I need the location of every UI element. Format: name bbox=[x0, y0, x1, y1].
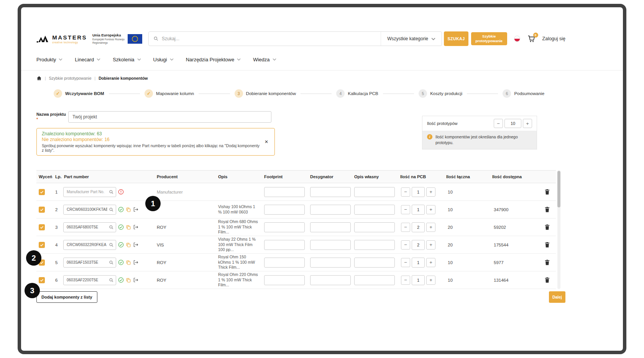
copy-icon[interactable] bbox=[126, 207, 131, 212]
copy-icon[interactable] bbox=[126, 225, 131, 230]
footprint-input[interactable] bbox=[264, 187, 305, 197]
prototype-count-value[interactable]: 10 bbox=[504, 119, 521, 128]
qty-plus-button[interactable] bbox=[426, 240, 435, 250]
delete-row-button[interactable] bbox=[544, 277, 550, 283]
qty-on-pcb-value[interactable]: 1 bbox=[412, 258, 425, 268]
category-dropdown[interactable]: Wszystkie kategorie bbox=[381, 32, 442, 46]
copy-icon[interactable] bbox=[126, 260, 131, 265]
footprint-input[interactable] bbox=[264, 222, 305, 232]
delete-row-button[interactable] bbox=[544, 189, 550, 195]
qty-plus-button[interactable] bbox=[426, 223, 435, 232]
opis-wlasny-input[interactable] bbox=[354, 222, 395, 232]
row-checkbox[interactable] bbox=[39, 242, 45, 248]
part-number-input[interactable] bbox=[63, 240, 116, 250]
cart-icon[interactable]: 0 bbox=[527, 34, 536, 43]
search-icon[interactable] bbox=[109, 260, 114, 265]
opis-wlasny-input[interactable] bbox=[354, 258, 395, 268]
desygnator-input[interactable] bbox=[310, 205, 351, 215]
search-input[interactable] bbox=[162, 36, 381, 41]
login-link[interactable]: Zaloguj się bbox=[542, 36, 565, 41]
home-icon[interactable] bbox=[36, 76, 42, 81]
nav-item-produkty[interactable]: Produkty bbox=[36, 57, 62, 62]
export-icon[interactable] bbox=[133, 224, 139, 230]
nav-item-wiedza[interactable]: Wiedza bbox=[253, 57, 276, 62]
export-icon[interactable] bbox=[133, 259, 139, 265]
desygnator-input[interactable] bbox=[310, 222, 351, 232]
add-components-button[interactable]: Dodaj komponenty z listy bbox=[36, 291, 97, 303]
part-status-ok-icon bbox=[118, 224, 124, 230]
part-number-input[interactable] bbox=[63, 187, 116, 197]
opis-wlasny-input[interactable] bbox=[354, 205, 395, 215]
part-number-input[interactable] bbox=[63, 205, 116, 215]
total-qty-cell: 10 bbox=[445, 278, 491, 282]
copy-icon[interactable] bbox=[126, 278, 131, 283]
qty-on-pcb-value[interactable]: 1 bbox=[412, 275, 425, 285]
qty-plus-button[interactable] bbox=[426, 276, 435, 285]
qty-minus-button[interactable] bbox=[401, 205, 410, 214]
qty-on-pcb-value[interactable]: 2 bbox=[412, 240, 425, 250]
search-button[interactable]: SZUKAJ bbox=[444, 31, 468, 46]
export-icon[interactable] bbox=[133, 277, 139, 283]
export-icon[interactable] bbox=[133, 207, 139, 212]
part-number-input[interactable] bbox=[63, 275, 116, 285]
qty-plus-button[interactable] bbox=[426, 258, 435, 267]
row-checkbox[interactable] bbox=[39, 277, 45, 283]
language-flag-icon[interactable] bbox=[514, 36, 520, 42]
scrollbar-thumb[interactable] bbox=[557, 171, 560, 207]
delete-row-button[interactable] bbox=[544, 224, 550, 230]
desygnator-input[interactable] bbox=[310, 240, 351, 250]
row-checkbox[interactable] bbox=[39, 189, 45, 195]
nav-item-narzedzia-projektowe[interactable]: Narzędzia Projektowe bbox=[186, 57, 241, 62]
qty-on-pcb-value[interactable]: 1 bbox=[412, 187, 425, 197]
copy-icon[interactable] bbox=[126, 242, 131, 248]
breadcrumb-item-szybkie-prototypowanie[interactable]: Szybkie prototypowanie bbox=[49, 76, 92, 80]
producent-cell: VIS bbox=[155, 243, 217, 247]
search-icon[interactable] bbox=[109, 189, 114, 194]
search-icon[interactable] bbox=[109, 278, 114, 282]
quick-prototyping-button[interactable]: Szybkie prototypowanie bbox=[471, 32, 507, 46]
table-scrollbar[interactable] bbox=[557, 170, 560, 289]
qty-minus-button[interactable] bbox=[401, 258, 410, 267]
opis-wlasny-input[interactable] bbox=[354, 275, 395, 285]
delete-row-button[interactable] bbox=[544, 259, 550, 266]
next-button[interactable]: Dalej bbox=[549, 291, 565, 303]
nav-item-uslugi[interactable]: Usługi bbox=[153, 57, 174, 62]
qty-minus-button[interactable] bbox=[401, 187, 410, 197]
search-icon[interactable] bbox=[109, 242, 114, 247]
qty-minus-button[interactable] bbox=[401, 223, 410, 232]
trash-icon bbox=[544, 189, 550, 195]
desygnator-input[interactable] bbox=[310, 258, 351, 268]
opis-wlasny-input[interactable] bbox=[354, 240, 395, 250]
row-number: 5 bbox=[54, 260, 62, 265]
opis-wlasny-input[interactable] bbox=[354, 187, 395, 197]
qty-on-pcb-value[interactable]: 1 bbox=[412, 205, 425, 215]
part-number-input[interactable] bbox=[63, 222, 116, 232]
search-icon[interactable] bbox=[109, 225, 114, 230]
footprint-input[interactable] bbox=[264, 240, 305, 250]
export-icon[interactable] bbox=[133, 242, 139, 248]
part-number-input[interactable] bbox=[63, 258, 116, 268]
search-icon[interactable] bbox=[109, 207, 114, 212]
desygnator-input[interactable] bbox=[310, 275, 351, 285]
delete-row-button[interactable] bbox=[544, 241, 550, 248]
qty-plus-button[interactable] bbox=[426, 205, 435, 214]
footprint-input[interactable] bbox=[264, 258, 305, 268]
row-checkbox[interactable] bbox=[39, 224, 45, 230]
row-checkbox[interactable] bbox=[39, 207, 45, 213]
prototype-minus-button[interactable] bbox=[494, 119, 503, 128]
prototype-plus-button[interactable] bbox=[523, 119, 532, 128]
project-name-input[interactable] bbox=[68, 111, 271, 123]
nav-item-linecard[interactable]: Linecard bbox=[75, 57, 100, 62]
desygnator-input[interactable] bbox=[310, 187, 351, 197]
qty-plus-button[interactable] bbox=[426, 187, 435, 197]
nav-item-szkolenia[interactable]: Szkolenia bbox=[113, 57, 141, 62]
close-icon[interactable]: ✕ bbox=[264, 139, 268, 145]
qty-on-pcb-value[interactable]: 2 bbox=[412, 222, 425, 232]
qty-minus-button[interactable] bbox=[401, 240, 410, 250]
col-opis-wlasny: Opis własny bbox=[353, 174, 399, 179]
delete-row-button[interactable] bbox=[544, 206, 550, 213]
qty-minus-button[interactable] bbox=[401, 276, 410, 285]
brand-logo[interactable]: MASTERS creative technology bbox=[36, 34, 87, 44]
footprint-input[interactable] bbox=[264, 275, 305, 285]
footprint-input[interactable] bbox=[264, 205, 305, 215]
